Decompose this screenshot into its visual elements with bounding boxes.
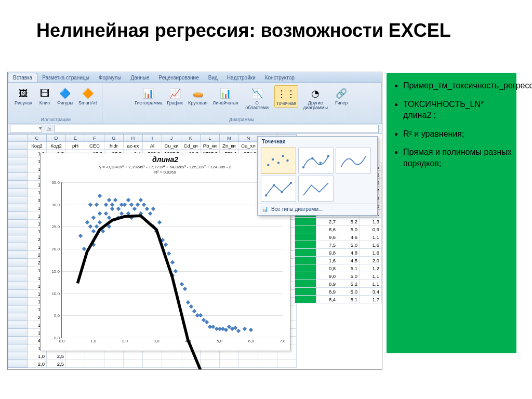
svg-point-0 [267,164,269,166]
ribbon-icon: 🖼 [16,86,31,101]
scatter-lines-markers-thumb[interactable] [261,176,296,202]
ribbon-label: График [167,101,183,105]
svg-point-9 [265,194,267,196]
note-item: R² и уравнения; [403,128,512,140]
ribbon-button[interactable]: 🔷Фигуры [56,85,75,107]
svg-point-10 [273,184,275,186]
ribbon-button[interactable]: ⋮⋮Точечная [274,85,299,108]
ribbon-label: SmartArt [78,101,97,105]
y-tick: 10,0 [51,291,60,296]
svg-point-5 [302,166,304,168]
ribbon-icon: ◔ [308,86,323,101]
popup-title: Точечная [259,138,376,145]
ribbon-tabs: ВставкаРазметка страницыФормулыДанныеРец… [8,72,382,83]
ribbon-label: Точечная [276,101,297,106]
ribbon-tab[interactable]: Данные [126,73,154,82]
ribbon-icon: 🎞 [37,86,52,101]
ribbon-icon: 📈 [168,86,182,101]
ribbon-icon: 🔶 [81,86,95,101]
ribbon-group-illustrations: 🖼Рисунок🎞Клип🔷Фигуры🔶SmartArt Иллюстраци… [8,83,102,124]
ribbon-icon: 🔗 [334,86,349,101]
ribbon-button[interactable]: 🎞Клип [36,85,54,107]
ribbon-button[interactable]: 🥧Круговая [187,85,209,107]
trendline [62,182,283,370]
svg-point-4 [286,159,288,162]
slide-title: Нелинейная регрессия: возможности EXCEL [36,20,451,42]
ribbon-tab[interactable]: Вставка [8,73,37,82]
svg-point-6 [311,157,313,159]
ribbon-tab[interactable]: Конструктор [260,73,299,82]
scatter-type-popup: Точечная 📊 Все ти [257,136,378,216]
ribbon-tab[interactable]: Формулы [94,73,126,82]
ribbon-group-title: Диаграммы [229,117,254,123]
ribbon-tab[interactable]: Рецензирование [154,73,204,82]
ribbon-button[interactable]: 🔗Гипер [332,85,350,107]
svg-point-8 [327,155,329,157]
svg-point-2 [277,162,280,164]
ribbon-button[interactable]: 📉С областями [242,85,272,112]
ribbon-group-charts: 📊Гистограмма📈График🥧Круговая📊Линейчатая📉… [102,83,382,124]
ribbon-icon: 🥧 [191,86,205,101]
scatter-chart[interactable]: длина2 y = -0,1241x⁶ + 2,3924x⁵ - 17,773… [40,153,290,351]
ribbon-label: Рисунок [15,101,32,105]
ribbon-button[interactable]: 🔶SmartArt [77,85,99,107]
chart-equation: y = -0,1241x⁶ + 2,3924x⁵ - 17,773x⁴ + 64… [41,164,290,176]
ribbon-icon: 📊 [218,86,233,101]
svg-point-1 [272,158,274,161]
formula-bar: ▾ fx [8,124,382,134]
chart-title: длина2 [41,153,290,164]
note-item: Прямая и полиномы разных порядков; [403,147,512,169]
ribbon-label: С областями [244,101,271,111]
ribbon-label: Линейчатая [212,101,238,105]
worksheet-grid[interactable]: CDEFGHIJKLMNOPКод2Код2pHCEChidrac-exAlCu… [8,134,382,370]
ribbon-label: Гистограмма [135,101,162,105]
ribbon-icon: 📊 [141,86,155,101]
svg-point-11 [281,191,283,193]
chart-types-icon: 📊 [262,206,268,212]
fx-icon[interactable]: fx [44,126,55,132]
excel-screenshot: ВставкаРазметка страницыФормулыДанныеРец… [7,72,382,370]
scatter-smooth-markers-thumb[interactable] [298,148,334,174]
y-tick: 15,0 [51,269,60,273]
scatter-lines-thumb[interactable] [298,176,334,202]
y-tick: 35,0 [51,180,60,185]
note-item: Пример_тм_токсичность_регрессия.xls; [403,80,512,91]
y-tick: 30,0 [51,202,60,207]
ribbon-icon: 📉 [250,86,264,101]
y-tick: 5,0 [54,313,60,318]
ribbon-label: Круговая [188,101,207,105]
y-tick: 20,0 [51,247,60,251]
ribbon-tab[interactable]: Разметка страницы [37,73,94,82]
formula-input[interactable] [55,125,379,133]
all-chart-types-button[interactable]: 📊 Все типы диаграмм... [259,204,376,214]
ribbon-group-title: Иллюстрации [41,117,71,123]
note-item: ТОКСИЧНОСТЬ_LN* длина2 ; [403,99,512,121]
name-box[interactable]: ▾ [10,125,42,133]
ribbon-button[interactable]: 📈График [165,85,184,107]
ribbon-icon: 🔷 [58,86,72,101]
side-notes-panel: Пример_тм_токсичность_регрессия.xls; ТОК… [387,73,516,353]
ribbon-label: Клип [39,101,50,105]
y-tick: 25,0 [51,224,60,229]
ribbon-label: Фигуры [57,101,73,105]
ribbon-icon: ⋮⋮ [279,87,294,101]
ribbon-tab[interactable]: Вид [204,73,222,82]
ribbon-tab[interactable]: Надстройки [222,73,260,82]
scatter-smooth-thumb[interactable] [336,148,371,174]
ribbon-label: Гипер [335,101,348,105]
svg-point-7 [320,162,322,164]
svg-point-3 [282,155,284,157]
ribbon-label: Другие диаграммы [302,101,329,111]
ribbon-body: 🖼Рисунок🎞Клип🔷Фигуры🔶SmartArt Иллюстраци… [8,83,382,124]
ribbon-button[interactable]: 🖼Рисунок [13,85,34,107]
ribbon-button[interactable]: 📊Линейчатая [211,85,240,107]
ribbon-button[interactable]: ◔Другие диаграммы [300,85,330,112]
scatter-markers-thumb[interactable] [261,148,296,174]
ribbon-button[interactable]: 📊Гистограмма [133,85,163,107]
svg-point-12 [290,182,292,184]
